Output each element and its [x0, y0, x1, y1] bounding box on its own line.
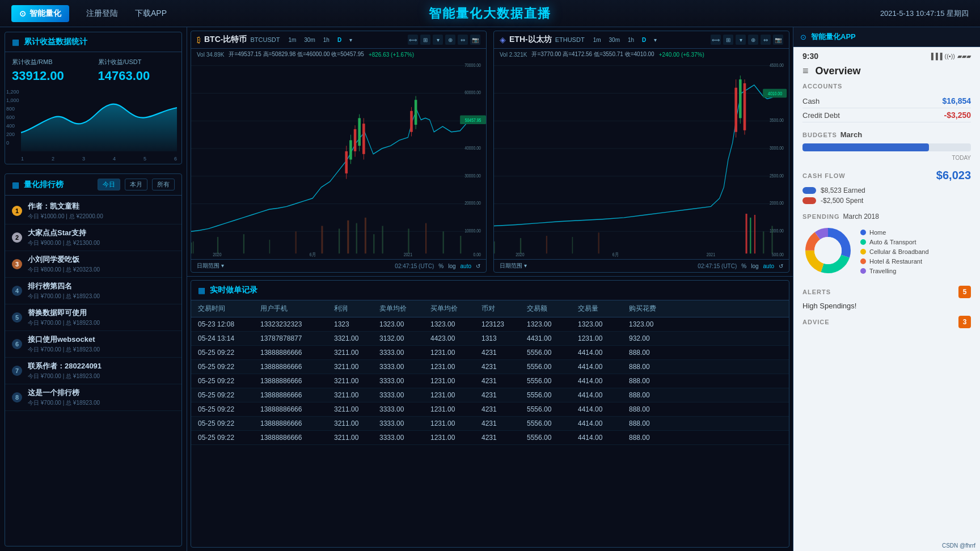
svg-rect-69 [572, 237, 573, 253]
table-cell: 13888886666 [260, 419, 334, 427]
earned-dot [802, 187, 816, 194]
table-cell: 4231 [481, 434, 527, 442]
svg-text:4500.00: 4500.00 [770, 62, 784, 68]
rank-name: 这是一个排行榜 [28, 388, 175, 398]
btc-tf-arrow[interactable]: ▾ [347, 36, 355, 44]
table-cell: 4231 [481, 349, 527, 357]
btc-footer-pct[interactable]: % [438, 263, 443, 269]
legend-home: Home [860, 229, 929, 236]
btc-footer-auto[interactable]: auto [461, 263, 471, 269]
eth-tf-1m[interactable]: 1m [590, 36, 604, 44]
btc-footer-date[interactable]: 日期范围 ▾ [197, 262, 224, 270]
col-buy: 买单均价 [430, 304, 481, 313]
tab-all[interactable]: 所有 [152, 179, 175, 190]
table-cell: 4231 [481, 391, 527, 399]
eth-refresh-icon[interactable]: ↺ [779, 263, 783, 269]
btc-ctrl-1[interactable]: ⟺ [408, 35, 418, 45]
svg-text:4010.00: 4010.00 [768, 91, 782, 97]
overview-title: Overview [816, 65, 861, 77]
svg-rect-25 [365, 218, 366, 253]
eth-title: ETH-以太坊 [509, 35, 552, 45]
legend-travel-dot [860, 268, 866, 274]
budget-bar [802, 143, 929, 151]
table-title: 实时做单记录 [210, 285, 257, 295]
eth-footer-log[interactable]: log [751, 263, 758, 269]
rank-info: 排行榜第四名 今日 ¥700.00 | 总 ¥18923.00 [28, 281, 175, 300]
rank-info: 接口使用websocket 今日 ¥700.00 | 总 ¥18923.00 [28, 334, 175, 354]
spent-dot [802, 197, 816, 204]
btc-chart-body[interactable]: 70000.00 60000.00 50000.00 40000.00 3000… [191, 60, 486, 259]
eth-ctrl-4[interactable]: ⊕ [748, 35, 758, 45]
ranking-item: 3 小刘同学爱吃饭 今日 ¥800.00 | 总 ¥20323.00 [5, 251, 181, 278]
btc-change: +826.63 (+1.67%) [369, 52, 414, 58]
table-cell: 888.00 [629, 377, 686, 385]
eth-icon: ◈ [500, 35, 506, 44]
eth-tf-d[interactable]: D [639, 36, 649, 44]
btc-ctrl-3[interactable]: ▾ [433, 35, 443, 45]
alerts-text: High Spendings! [802, 302, 971, 310]
eth-tf-1h[interactable]: 1h [625, 36, 637, 44]
table-cell: 4423.00 [430, 334, 481, 342]
table-cell: 5556.00 [527, 349, 578, 357]
stat-rmb: 累计收益/RMB 33912.00 [12, 58, 89, 83]
top-nav: ⊙ 智能量化 注册登陆 下载APP 智能量化大数据直播 2021-5-13 10… [0, 0, 980, 27]
legend-home-dot [860, 230, 866, 235]
ranking-section: ▦ 量化排行榜 今日 本月 所有 1 作者：凯文童鞋 今日 ¥1000.00 |… [5, 173, 182, 546]
tab-today[interactable]: 今日 [98, 179, 120, 190]
eth-footer-auto[interactable]: auto [763, 263, 774, 269]
btc-ctrl-2[interactable]: ⊞ [420, 35, 430, 45]
eth-ctrl-3[interactable]: ▾ [736, 35, 746, 45]
table-cell: 3211.00 [334, 349, 379, 357]
eth-vol: Vol 2.321K [500, 52, 527, 58]
eth-ctrl-5[interactable]: ⇔ [761, 35, 771, 45]
advice-header: ADVICE 3 [802, 316, 971, 328]
eth-footer-date[interactable]: 日期范围 ▾ [500, 262, 527, 270]
hamburger-icon[interactable]: ≡ [802, 65, 809, 77]
btc-tf-d[interactable]: D [335, 36, 344, 44]
table-cell: 888.00 [629, 349, 686, 357]
budgets-section: BUDGETS March TODAY [802, 130, 971, 161]
eth-tf-30m[interactable]: 30m [606, 36, 623, 44]
phone-content[interactable]: ACCOUNTS Cash $16,854 Credit Debt -$3,25… [793, 83, 980, 551]
table-cell: 4414.00 [578, 405, 629, 413]
chart-y-labels: 1,2001,0008006004002000 [5, 89, 20, 146]
btc-ctrl-4[interactable]: ⊕ [445, 35, 455, 45]
table-cell: 3333.00 [379, 377, 430, 385]
eth-chart-body[interactable]: 4500.00 4000.00 3500.00 3000.00 2500.00 … [494, 60, 789, 259]
svg-text:6月: 6月 [612, 252, 619, 257]
btc-ctrl-5[interactable]: ⇔ [458, 35, 468, 45]
eth-footer-pct[interactable]: % [741, 263, 746, 269]
btc-ctrl-cam[interactable]: 📷 [470, 35, 480, 45]
btc-info-row: Vol 34.89K 开=49537.15 高=50829.98 低=46000… [191, 49, 486, 60]
svg-rect-70 [598, 232, 599, 253]
rank-name: 替换数据即可使用 [28, 308, 175, 318]
svg-rect-72 [750, 218, 751, 253]
eth-ctrl-1[interactable]: ⟺ [711, 35, 721, 45]
nav-logo[interactable]: ⊙ 智能量化 [11, 5, 69, 22]
btc-footer-log[interactable]: log [448, 263, 455, 269]
table-cell: 1323.00 [578, 320, 629, 328]
eth-ctrl-2[interactable]: ⊞ [723, 35, 733, 45]
table-col-headers: 交易时间 用户手机 利润 卖单均价 买单均价 币对 交易额 交易量 购买花费 [191, 300, 789, 317]
rank-sub: 今日 ¥900.00 | 总 ¥21300.00 [28, 239, 175, 247]
svg-point-92 [814, 237, 842, 264]
col-profit: 利润 [334, 304, 379, 313]
table-row: 05-25 09:22138888866663211.003333.001231… [191, 374, 789, 388]
eth-ctrl-cam[interactable]: 📷 [773, 35, 783, 45]
btc-tf-1m[interactable]: 1m [285, 36, 299, 44]
tab-month[interactable]: 本月 [125, 179, 147, 190]
svg-rect-75 [771, 226, 772, 254]
nav-link-download[interactable]: 下载APP [135, 9, 167, 19]
cash-label: Cash [802, 97, 820, 105]
table-cell: 05-25 09:22 [198, 419, 260, 427]
svg-rect-19 [269, 240, 271, 253]
svg-rect-66 [494, 241, 495, 253]
table-cell: 1323.00 [629, 320, 686, 328]
btc-refresh-icon[interactable]: ↺ [476, 263, 480, 269]
eth-tf-arrow[interactable]: ▾ [651, 36, 660, 44]
table-cell: 05-25 09:22 [198, 349, 260, 357]
table-cell: 3132.00 [379, 334, 430, 342]
nav-link-register[interactable]: 注册登陆 [86, 9, 118, 19]
btc-tf-30m[interactable]: 30m [301, 36, 318, 44]
btc-tf-1h[interactable]: 1h [320, 36, 332, 44]
